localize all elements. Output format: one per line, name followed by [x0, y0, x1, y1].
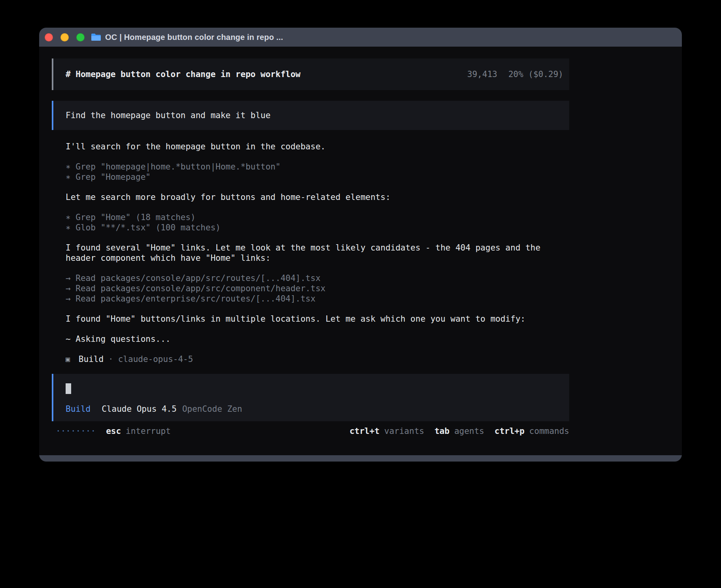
tool-call-group: → Read packages/console/app/src/routes/[… [66, 273, 569, 304]
tool-call-group: ∗ Grep "homepage|home.*button|Home.*butt… [66, 162, 569, 182]
tool-call-read: → Read packages/console/app/src/routes/[… [66, 273, 569, 283]
token-count: 39,413 [467, 69, 497, 79]
hint-label: variants [384, 426, 424, 436]
agent-mode-label[interactable]: Build [66, 404, 91, 414]
terminal-window: OC | Homepage button color change in rep… [39, 28, 682, 462]
zoom-button[interactable] [76, 33, 85, 41]
text-cursor [66, 383, 71, 394]
spinner-dots: ········ [56, 426, 96, 436]
hint-agents[interactable]: tab agents [434, 426, 484, 436]
agent-name: Build [79, 354, 104, 364]
agent-separator: · [108, 354, 113, 364]
esc-key-hint[interactable]: esc [106, 426, 121, 436]
agent-model: claude-opus-4-5 [118, 354, 193, 364]
terminal-content: # Homepage button color change in repo w… [39, 47, 682, 455]
model-name: Claude Opus 4.5 [102, 404, 177, 414]
hint-key: tab [434, 426, 449, 436]
assistant-paragraph: I found several "Home" links. Let me loo… [66, 243, 569, 263]
interrupt-label: interrupt [126, 426, 171, 436]
tool-call-read: → Read packages/enterprise/src/routes/[.… [66, 294, 569, 304]
agent-info: ▣ Build · claude-opus-4-5 [66, 354, 569, 364]
status-left: ········ esc interrupt [56, 426, 171, 436]
context-cost: 20% ($0.29) [508, 69, 563, 79]
assistant-response: I'll search for the homepage button in t… [52, 141, 569, 364]
folder-icon [91, 33, 101, 41]
session-header: # Homepage button color change in repo w… [52, 58, 569, 90]
hint-commands[interactable]: ctrl+p commands [495, 426, 569, 436]
provider-name: OpenCode Zen [182, 404, 242, 414]
activity-status: ~ Asking questions... [66, 334, 569, 344]
hint-variants[interactable]: ctrl+t variants [349, 426, 424, 436]
titlebar[interactable]: OC | Homepage button color change in rep… [39, 28, 682, 47]
user-message-text: Find the homepage button and make it blu… [66, 110, 270, 121]
prompt-input[interactable]: Build Claude Opus 4.5 OpenCode Zen [52, 374, 569, 421]
traffic-lights [45, 33, 85, 41]
window-title: OC | Homepage button color change in rep… [105, 33, 283, 42]
close-button[interactable] [45, 33, 53, 41]
hint-label: agents [454, 426, 484, 436]
minimize-button[interactable] [60, 33, 69, 41]
tool-call-grep: ∗ Grep "Homepage" [66, 172, 569, 182]
agent-badge-icon: ▣ [66, 354, 70, 364]
hint-key: ctrl+p [495, 426, 525, 436]
assistant-paragraph: I found "Home" buttons/links in multiple… [66, 314, 569, 324]
session-stats: 39,413 20% ($0.29) [467, 69, 563, 79]
tool-call-glob: ∗ Glob "**/*.tsx" (100 matches) [66, 222, 569, 233]
session-title: # Homepage button color change in repo w… [66, 69, 300, 79]
tool-call-group: ∗ Grep "Home" (18 matches) ∗ Glob "**/*.… [66, 212, 569, 233]
tool-call-read: → Read packages/console/app/src/componen… [66, 283, 569, 294]
hint-label: commands [529, 426, 569, 436]
status-bar: ········ esc interrupt ctrl+t variants t… [52, 426, 569, 436]
status-right: ctrl+t variants tab agents ctrl+p comman… [349, 426, 569, 436]
input-meta: Build Claude Opus 4.5 OpenCode Zen [66, 404, 557, 414]
tool-call-grep: ∗ Grep "Home" (18 matches) [66, 212, 569, 222]
assistant-paragraph: I'll search for the homepage button in t… [66, 141, 569, 152]
user-message: Find the homepage button and make it blu… [52, 101, 569, 130]
assistant-paragraph: Let me search more broadly for buttons a… [66, 192, 569, 202]
hint-key: ctrl+t [349, 426, 379, 436]
tool-call-grep: ∗ Grep "homepage|home.*button|Home.*butt… [66, 162, 569, 172]
